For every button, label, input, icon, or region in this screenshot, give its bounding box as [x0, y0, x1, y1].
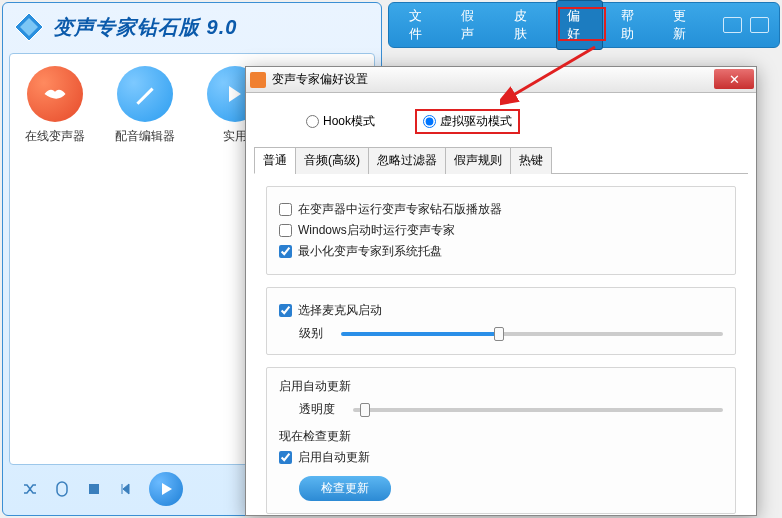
tab-rules[interactable]: 假声规则 — [445, 147, 511, 174]
chk-label: 最小化变声专家到系统托盘 — [298, 243, 442, 260]
tool-label: 配音编辑器 — [115, 128, 175, 145]
tool-label: 在线变声器 — [25, 128, 85, 145]
mode-hook-radio[interactable]: Hook模式 — [306, 113, 375, 130]
tool-online-voice[interactable]: 在线变声器 — [20, 66, 90, 145]
brush-icon — [132, 81, 158, 107]
stop-button[interactable] — [85, 480, 103, 498]
chk-auto-update[interactable]: 启用自动更新 — [279, 449, 723, 466]
chk-label: Windows启动时运行变声专家 — [298, 222, 455, 239]
lips-icon — [41, 80, 69, 108]
tool-dub-editor[interactable]: 配音编辑器 — [110, 66, 180, 145]
check-now-label: 现在检查更新 — [279, 428, 723, 445]
shuffle-icon — [22, 481, 38, 497]
annotation-highlight-menu — [558, 7, 606, 41]
mode-row: Hook模式 虚拟驱动模式 — [246, 93, 756, 146]
group-startup: 在变声器中运行变声专家钻石版播放器 Windows启动时运行变声专家 最小化变声… — [266, 186, 736, 275]
chk-run-startup[interactable]: Windows启动时运行变声专家 — [279, 222, 723, 239]
shuffle-button[interactable] — [21, 480, 39, 498]
app-logo-icon — [13, 11, 45, 43]
mode-virtual-radio[interactable]: 虚拟驱动模式 — [415, 109, 520, 134]
level-label: 级别 — [299, 325, 323, 342]
tab-audio[interactable]: 音频(高级) — [295, 147, 369, 174]
repeat-icon — [54, 481, 70, 497]
level-slider[interactable] — [341, 332, 723, 336]
tab-ignore[interactable]: 忽略过滤器 — [368, 147, 446, 174]
menu-update[interactable]: 更新 — [663, 1, 707, 49]
tab-content: 在变声器中运行变声专家钻石版播放器 Windows启动时运行变声专家 最小化变声… — [246, 174, 756, 518]
group-mic: 选择麦克风启动 级别 — [266, 287, 736, 355]
tab-general[interactable]: 普通 — [254, 147, 296, 174]
tab-hotkey[interactable]: 热键 — [510, 147, 552, 174]
chk-label: 选择麦克风启动 — [298, 302, 382, 319]
menu-help[interactable]: 帮助 — [611, 1, 655, 49]
chk-label: 启用自动更新 — [298, 449, 370, 466]
dialog-tabs: 普通 音频(高级) 忽略过滤器 假声规则 热键 — [254, 146, 748, 174]
minimize-button[interactable] — [723, 17, 742, 33]
prev-button[interactable] — [117, 480, 135, 498]
arrow-right-icon — [223, 82, 247, 106]
group-update: 启用自动更新 透明度 现在检查更新 启用自动更新 检查更新 — [266, 367, 736, 514]
menu-file[interactable]: 文件 — [399, 1, 443, 49]
app-title: 变声专家钻石版 9.0 — [53, 14, 237, 41]
chk-run-player[interactable]: 在变声器中运行变声专家钻石版播放器 — [279, 201, 723, 218]
play-button[interactable] — [149, 472, 183, 506]
chk-label: 在变声器中运行变声专家钻石版播放器 — [298, 201, 502, 218]
menu-skin[interactable]: 皮肤 — [504, 1, 548, 49]
mode-virtual-label: 虚拟驱动模式 — [440, 113, 512, 130]
prev-icon — [119, 482, 133, 496]
opacity-label: 透明度 — [299, 401, 335, 418]
stop-icon — [87, 482, 101, 496]
menu-fake[interactable]: 假声 — [451, 1, 495, 49]
titlebar: 变声专家钻石版 9.0 — [3, 3, 381, 51]
auto-update-heading: 启用自动更新 — [279, 378, 723, 395]
check-update-button[interactable]: 检查更新 — [299, 476, 391, 501]
close-window-button[interactable] — [750, 17, 769, 33]
repeat-button[interactable] — [53, 480, 71, 498]
svg-rect-4 — [89, 484, 99, 494]
dialog-icon — [250, 72, 266, 88]
dialog-title: 变声专家偏好设置 — [272, 71, 368, 88]
play-icon — [158, 481, 174, 497]
chk-tray[interactable]: 最小化变声专家到系统托盘 — [279, 243, 723, 260]
mode-hook-label: Hook模式 — [323, 113, 375, 130]
preferences-dialog: 变声专家偏好设置 ✕ Hook模式 虚拟驱动模式 普通 音频(高级) 忽略过滤器… — [245, 66, 757, 516]
chk-mic[interactable]: 选择麦克风启动 — [279, 302, 723, 319]
tool-label: 实用 — [223, 128, 247, 145]
dialog-close-button[interactable]: ✕ — [714, 69, 754, 89]
opacity-slider[interactable] — [353, 408, 723, 412]
dialog-titlebar: 变声专家偏好设置 — [246, 67, 756, 93]
